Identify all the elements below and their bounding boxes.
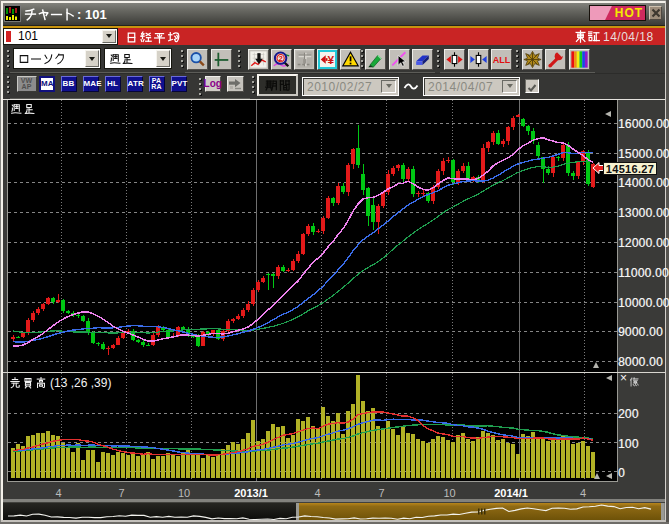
svg-text:¥: ¥ <box>327 53 334 66</box>
svg-text:2: 2 <box>278 54 282 63</box>
svg-text:ALL: ALL <box>493 55 511 65</box>
